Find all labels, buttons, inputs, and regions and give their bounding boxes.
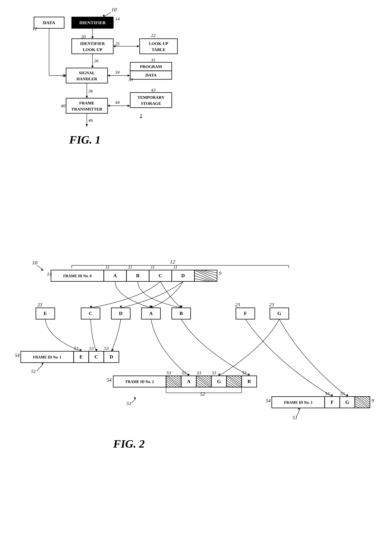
svg-marker-57 [108, 105, 110, 107]
svg-text:23: 23 [235, 302, 240, 308]
svg-text:G: G [278, 311, 281, 316]
svg-text:22: 22 [151, 33, 156, 38]
svg-line-178 [226, 383, 234, 387]
svg-text:A: A [187, 379, 191, 384]
svg-line-219 [296, 409, 300, 417]
svg-text:51: 51 [31, 369, 36, 374]
svg-marker-40 [128, 74, 130, 77]
svg-text:54: 54 [266, 398, 271, 403]
svg-text:LOOK-UP: LOOK-UP [83, 47, 102, 52]
svg-text:D: D [110, 354, 113, 360]
svg-line-213 [355, 403, 362, 408]
svg-text:STORAGE: STORAGE [141, 101, 161, 106]
svg-marker-137 [111, 349, 114, 351]
page: 10 DATA 12 IDENTIFiER 14 20 IDENTIFIER L… [0, 0, 392, 556]
svg-text:D: D [181, 273, 185, 278]
svg-marker-56 [128, 105, 130, 107]
svg-line-133 [37, 363, 43, 371]
svg-line-65 [37, 265, 43, 270]
svg-line-92 [197, 270, 217, 278]
svg-line-174 [237, 376, 241, 379]
svg-text:D: D [119, 311, 123, 316]
svg-text:E: E [79, 354, 83, 360]
svg-text:10: 10 [32, 260, 37, 266]
svg-marker-11 [91, 37, 94, 39]
svg-text:46: 46 [88, 118, 93, 123]
svg-text:53: 53 [197, 370, 201, 375]
svg-text:FRAME: FRAME [79, 101, 95, 105]
svg-line-88 [194, 273, 214, 281]
svg-line-146 [176, 376, 181, 380]
svg-text:TEMPORARY: TEMPORARY [137, 95, 165, 100]
svg-text:53: 53 [212, 370, 216, 375]
fig2-diagram: 10 12 14 FRAME ID No. 0 A 11 B 11 C 11 D [9, 255, 383, 549]
svg-text:11: 11 [173, 265, 177, 270]
svg-text:FRAME ID No. 3: FRAME ID No. 3 [284, 400, 312, 405]
svg-text:23: 23 [269, 302, 274, 308]
svg-text:C: C [95, 354, 98, 360]
svg-line-160 [207, 376, 211, 380]
svg-text:B: B [180, 311, 183, 316]
svg-marker-25 [91, 66, 94, 68]
svg-line-94 [203, 270, 217, 273]
svg-text:B: B [136, 273, 139, 278]
svg-text:53: 53 [104, 346, 109, 351]
svg-text:11: 11 [151, 265, 155, 270]
svg-marker-60 [86, 124, 88, 127]
svg-marker-22 [137, 45, 139, 47]
svg-text:52: 52 [200, 391, 205, 397]
svg-marker-41 [108, 74, 110, 77]
svg-marker-23 [113, 45, 115, 47]
svg-text:LOOK-UP: LOOK-UP [149, 41, 168, 46]
svg-text:FRAME ID No. 1: FRAME ID No. 1 [33, 355, 61, 359]
svg-marker-193 [134, 397, 136, 399]
svg-text:12: 12 [170, 259, 175, 265]
svg-text:26: 26 [94, 58, 98, 63]
svg-text:34: 34 [115, 70, 120, 75]
svg-marker-222 [346, 394, 348, 397]
svg-line-192 [131, 399, 136, 403]
svg-text:IDENTIFiER: IDENTIFiER [79, 20, 106, 25]
fig1-diagram: 10 DATA 12 IDENTIFiER 14 20 IDENTIFIER L… [19, 6, 204, 242]
svg-text:B: B [248, 379, 251, 384]
svg-text:IDENTIFIER: IDENTIFIER [80, 41, 105, 46]
svg-text:53: 53 [242, 370, 247, 375]
svg-text:31: 31 [151, 57, 156, 62]
svg-text:53: 53 [89, 346, 94, 351]
svg-text:40: 40 [61, 103, 65, 108]
svg-text:FRAME ID No. 0: FRAME ID No. 0 [63, 274, 91, 278]
svg-text:FIG. 1: FIG. 1 [69, 133, 101, 146]
svg-text:10: 10 [111, 7, 117, 12]
svg-text:14: 14 [115, 16, 120, 21]
svg-text:C: C [159, 273, 162, 278]
svg-text:PROGRAM: PROGRAM [140, 64, 162, 69]
svg-line-163 [196, 380, 207, 387]
svg-text:30: 30 [62, 73, 67, 78]
svg-text:44: 44 [115, 100, 120, 105]
svg-text:43: 43 [151, 88, 156, 93]
svg-text:E: E [44, 311, 47, 316]
svg-text:12: 12 [32, 26, 37, 31]
svg-text:11: 11 [105, 265, 109, 270]
svg-text:HANDLER: HANDLER [76, 77, 97, 81]
svg-text:23: 23 [37, 302, 42, 308]
svg-text:11: 11 [128, 265, 132, 270]
svg-text:TRANSMITTER: TRANSMITTER [71, 107, 103, 111]
svg-text:DATA: DATA [145, 73, 157, 77]
svg-text:TABLE: TABLE [152, 47, 166, 52]
svg-text:33: 33 [128, 77, 133, 82]
svg-text:51: 51 [127, 401, 131, 406]
svg-text:9: 9 [371, 398, 374, 403]
svg-line-90 [194, 278, 209, 281]
svg-line-1 [104, 12, 111, 17]
svg-text:SIGNAL: SIGNAL [79, 70, 95, 75]
svg-text:1: 1 [140, 112, 142, 118]
svg-text:53: 53 [166, 370, 171, 375]
svg-text:54: 54 [107, 377, 112, 383]
svg-text:DATA: DATA [43, 20, 55, 25]
svg-text:20: 20 [81, 34, 86, 39]
svg-text:A: A [113, 273, 117, 278]
svg-text:54: 54 [15, 353, 20, 358]
svg-text:25: 25 [115, 41, 120, 46]
svg-text:F: F [331, 399, 334, 405]
